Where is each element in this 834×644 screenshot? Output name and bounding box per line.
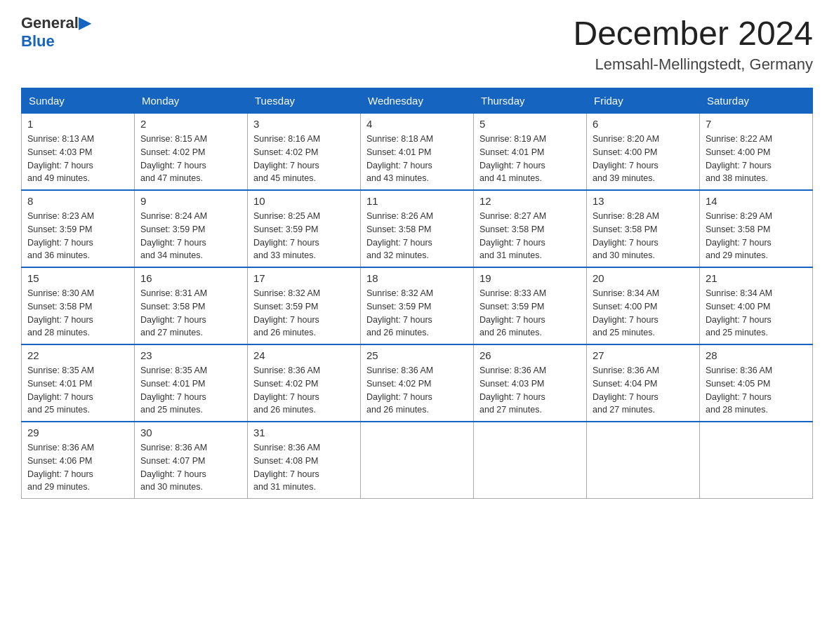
day-info: Sunrise: 8:26 AM Sunset: 3:58 PM Dayligh… bbox=[366, 210, 468, 262]
calendar-cell: 10 Sunrise: 8:25 AM Sunset: 3:59 PM Dayl… bbox=[248, 190, 361, 267]
calendar-cell: 1 Sunrise: 8:13 AM Sunset: 4:03 PM Dayli… bbox=[22, 113, 135, 190]
day-number: 17 bbox=[253, 272, 355, 284]
day-info: Sunrise: 8:28 AM Sunset: 3:58 PM Dayligh… bbox=[593, 210, 694, 262]
calendar-cell bbox=[700, 422, 813, 499]
day-info: Sunrise: 8:27 AM Sunset: 3:58 PM Dayligh… bbox=[479, 210, 581, 262]
day-info: Sunrise: 8:31 AM Sunset: 3:58 PM Dayligh… bbox=[140, 287, 241, 340]
calendar-day-header: Tuesday bbox=[248, 88, 361, 113]
calendar-cell: 16 Sunrise: 8:31 AM Sunset: 3:58 PM Dayl… bbox=[135, 267, 248, 344]
calendar-header-row: SundayMondayTuesdayWednesdayThursdayFrid… bbox=[22, 88, 813, 113]
day-number: 16 bbox=[140, 272, 241, 284]
calendar-cell: 4 Sunrise: 8:18 AM Sunset: 4:01 PM Dayli… bbox=[361, 113, 474, 190]
calendar-cell: 24 Sunrise: 8:36 AM Sunset: 4:02 PM Dayl… bbox=[248, 344, 361, 422]
day-info: Sunrise: 8:34 AM Sunset: 4:00 PM Dayligh… bbox=[706, 287, 807, 340]
calendar-cell: 25 Sunrise: 8:36 AM Sunset: 4:02 PM Dayl… bbox=[361, 344, 474, 422]
calendar-cell: 27 Sunrise: 8:36 AM Sunset: 4:04 PM Dayl… bbox=[587, 344, 700, 422]
day-number: 26 bbox=[479, 349, 581, 361]
day-info: Sunrise: 8:32 AM Sunset: 3:59 PM Dayligh… bbox=[253, 287, 355, 340]
calendar-cell: 18 Sunrise: 8:32 AM Sunset: 3:59 PM Dayl… bbox=[361, 267, 474, 344]
day-number: 13 bbox=[593, 195, 694, 207]
day-info: Sunrise: 8:30 AM Sunset: 3:58 PM Dayligh… bbox=[27, 287, 128, 340]
day-info: Sunrise: 8:36 AM Sunset: 4:03 PM Dayligh… bbox=[479, 364, 581, 417]
day-info: Sunrise: 8:16 AM Sunset: 4:02 PM Dayligh… bbox=[253, 133, 355, 185]
day-number: 31 bbox=[253, 427, 355, 438]
calendar-cell: 3 Sunrise: 8:16 AM Sunset: 4:02 PM Dayli… bbox=[248, 113, 361, 190]
calendar-cell: 11 Sunrise: 8:26 AM Sunset: 3:58 PM Dayl… bbox=[361, 190, 474, 267]
calendar-week-row: 22 Sunrise: 8:35 AM Sunset: 4:01 PM Dayl… bbox=[22, 344, 813, 422]
day-number: 6 bbox=[593, 118, 694, 130]
day-info: Sunrise: 8:24 AM Sunset: 3:59 PM Dayligh… bbox=[140, 210, 241, 262]
calendar-week-row: 1 Sunrise: 8:13 AM Sunset: 4:03 PM Dayli… bbox=[22, 113, 813, 190]
logo-text: General▶ Blue bbox=[21, 14, 91, 51]
logo-blue: ▶ bbox=[79, 14, 91, 32]
day-number: 22 bbox=[27, 349, 128, 361]
day-number: 27 bbox=[593, 349, 694, 361]
day-number: 21 bbox=[706, 272, 807, 284]
day-info: Sunrise: 8:19 AM Sunset: 4:01 PM Dayligh… bbox=[479, 133, 581, 185]
day-number: 19 bbox=[479, 272, 581, 284]
calendar-cell bbox=[361, 422, 474, 499]
location-title: Lemsahl-Mellingstedt, Germany bbox=[573, 55, 813, 74]
day-number: 8 bbox=[27, 195, 128, 207]
day-info: Sunrise: 8:18 AM Sunset: 4:01 PM Dayligh… bbox=[366, 133, 468, 185]
calendar-cell: 15 Sunrise: 8:30 AM Sunset: 3:58 PM Dayl… bbox=[22, 267, 135, 344]
calendar-cell: 7 Sunrise: 8:22 AM Sunset: 4:00 PM Dayli… bbox=[700, 113, 813, 190]
day-number: 14 bbox=[706, 195, 807, 207]
calendar-day-header: Thursday bbox=[474, 88, 587, 113]
calendar-cell: 9 Sunrise: 8:24 AM Sunset: 3:59 PM Dayli… bbox=[135, 190, 248, 267]
logo-blue-text: Blue bbox=[21, 32, 55, 50]
calendar-cell: 13 Sunrise: 8:28 AM Sunset: 3:58 PM Dayl… bbox=[587, 190, 700, 267]
day-info: Sunrise: 8:20 AM Sunset: 4:00 PM Dayligh… bbox=[593, 133, 694, 185]
day-info: Sunrise: 8:13 AM Sunset: 4:03 PM Dayligh… bbox=[27, 133, 128, 185]
calendar-cell: 22 Sunrise: 8:35 AM Sunset: 4:01 PM Dayl… bbox=[22, 344, 135, 422]
day-number: 5 bbox=[479, 118, 581, 130]
day-number: 2 bbox=[140, 118, 241, 130]
calendar-cell bbox=[474, 422, 587, 499]
day-number: 7 bbox=[706, 118, 807, 130]
day-number: 1 bbox=[27, 118, 128, 130]
day-info: Sunrise: 8:33 AM Sunset: 3:59 PM Dayligh… bbox=[479, 287, 581, 340]
calendar-day-header: Wednesday bbox=[361, 88, 474, 113]
day-info: Sunrise: 8:36 AM Sunset: 4:08 PM Dayligh… bbox=[253, 441, 355, 494]
day-number: 24 bbox=[253, 349, 355, 361]
day-number: 9 bbox=[140, 195, 241, 207]
calendar-cell: 21 Sunrise: 8:34 AM Sunset: 4:00 PM Dayl… bbox=[700, 267, 813, 344]
calendar-cell: 30 Sunrise: 8:36 AM Sunset: 4:07 PM Dayl… bbox=[135, 422, 248, 499]
day-number: 28 bbox=[706, 349, 807, 361]
day-number: 3 bbox=[253, 118, 355, 130]
calendar-week-row: 15 Sunrise: 8:30 AM Sunset: 3:58 PM Dayl… bbox=[22, 267, 813, 344]
day-info: Sunrise: 8:25 AM Sunset: 3:59 PM Dayligh… bbox=[253, 210, 355, 262]
calendar-cell: 31 Sunrise: 8:36 AM Sunset: 4:08 PM Dayl… bbox=[248, 422, 361, 499]
day-number: 10 bbox=[253, 195, 355, 207]
day-number: 20 bbox=[593, 272, 694, 284]
calendar-cell: 14 Sunrise: 8:29 AM Sunset: 3:58 PM Dayl… bbox=[700, 190, 813, 267]
day-info: Sunrise: 8:32 AM Sunset: 3:59 PM Dayligh… bbox=[366, 287, 468, 340]
month-title: December 2024 bbox=[573, 14, 813, 53]
day-info: Sunrise: 8:35 AM Sunset: 4:01 PM Dayligh… bbox=[140, 364, 241, 417]
calendar-day-header: Sunday bbox=[22, 88, 135, 113]
calendar-day-header: Monday bbox=[135, 88, 248, 113]
day-info: Sunrise: 8:36 AM Sunset: 4:04 PM Dayligh… bbox=[593, 364, 694, 417]
day-info: Sunrise: 8:35 AM Sunset: 4:01 PM Dayligh… bbox=[27, 364, 128, 417]
day-number: 4 bbox=[366, 118, 468, 130]
calendar-cell: 23 Sunrise: 8:35 AM Sunset: 4:01 PM Dayl… bbox=[135, 344, 248, 422]
day-info: Sunrise: 8:34 AM Sunset: 4:00 PM Dayligh… bbox=[593, 287, 694, 340]
day-info: Sunrise: 8:36 AM Sunset: 4:02 PM Dayligh… bbox=[253, 364, 355, 417]
day-info: Sunrise: 8:15 AM Sunset: 4:02 PM Dayligh… bbox=[140, 133, 241, 185]
day-number: 11 bbox=[366, 195, 468, 207]
logo: General▶ Blue bbox=[21, 14, 91, 51]
day-number: 18 bbox=[366, 272, 468, 284]
day-number: 25 bbox=[366, 349, 468, 361]
calendar-cell: 2 Sunrise: 8:15 AM Sunset: 4:02 PM Dayli… bbox=[135, 113, 248, 190]
title-block: December 2024 Lemsahl-Mellingstedt, Germ… bbox=[573, 14, 813, 74]
day-info: Sunrise: 8:36 AM Sunset: 4:05 PM Dayligh… bbox=[706, 364, 807, 417]
calendar-cell: 5 Sunrise: 8:19 AM Sunset: 4:01 PM Dayli… bbox=[474, 113, 587, 190]
calendar-week-row: 8 Sunrise: 8:23 AM Sunset: 3:59 PM Dayli… bbox=[22, 190, 813, 267]
day-number: 15 bbox=[27, 272, 128, 284]
calendar-cell: 8 Sunrise: 8:23 AM Sunset: 3:59 PM Dayli… bbox=[22, 190, 135, 267]
calendar-cell: 12 Sunrise: 8:27 AM Sunset: 3:58 PM Dayl… bbox=[474, 190, 587, 267]
calendar-table: SundayMondayTuesdayWednesdayThursdayFrid… bbox=[21, 88, 813, 499]
calendar-cell: 26 Sunrise: 8:36 AM Sunset: 4:03 PM Dayl… bbox=[474, 344, 587, 422]
calendar-cell: 6 Sunrise: 8:20 AM Sunset: 4:00 PM Dayli… bbox=[587, 113, 700, 190]
calendar-day-header: Saturday bbox=[700, 88, 813, 113]
